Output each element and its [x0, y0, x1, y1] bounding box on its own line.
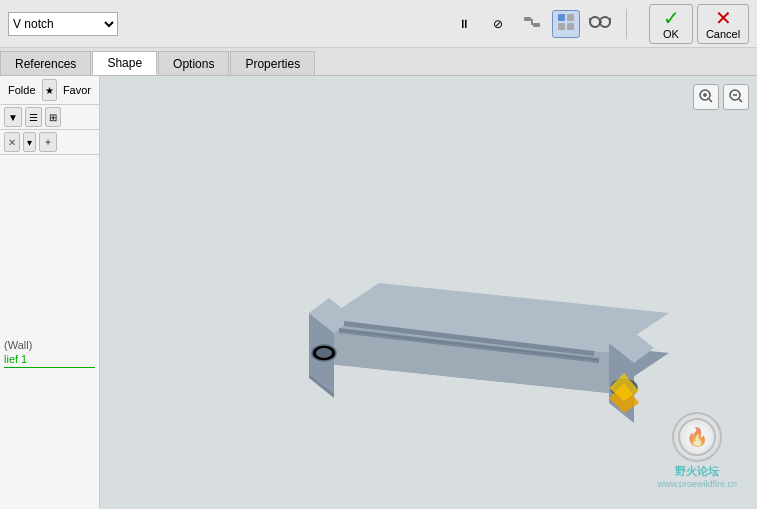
arrow-down-icon: ▼ [8, 112, 18, 123]
plus-icon: ＋ [43, 135, 53, 149]
tab-shape-label: Shape [107, 56, 142, 70]
zoom-out-button[interactable] [723, 84, 749, 110]
zoom-in-icon [698, 88, 714, 107]
svg-point-17 [316, 348, 332, 358]
folde-label: Folde [4, 82, 40, 98]
prohibit-icon: ⊘ [493, 17, 503, 31]
svg-line-9 [589, 18, 590, 20]
tab-options[interactable]: Options [158, 51, 229, 75]
svg-rect-5 [567, 23, 574, 30]
left-panel-content: (Wall) lief 1 [0, 155, 99, 509]
close-icon: ✕ [8, 137, 16, 148]
active-view-button[interactable] [552, 10, 580, 38]
tab-shape[interactable]: Shape [92, 51, 157, 75]
switch-button[interactable] [518, 10, 546, 38]
ok-cancel-area: ✓ OK ✕ Cancel [649, 4, 749, 44]
toolbar-icons: ⏸ ⊘ [450, 10, 614, 38]
left-panel-toolbar1: Folde ★ Favor [0, 76, 99, 105]
list-view-button[interactable]: ☰ [25, 107, 42, 127]
star-icon: ★ [45, 85, 54, 96]
arrow-down-button[interactable]: ▼ [4, 107, 22, 127]
down-arrow-button2[interactable]: ▾ [23, 132, 36, 152]
list-icon: ☰ [29, 112, 38, 123]
viewport[interactable]: 🔥 野火论坛 www.proewildfire.cn [100, 76, 757, 509]
wall-bracket-close: ) [29, 339, 33, 351]
glasses-button[interactable] [586, 10, 614, 38]
main-area: Folde ★ Favor ▼ ☰ ⊞ ✕ ▾ ＋ [0, 76, 757, 509]
svg-line-10 [610, 18, 611, 20]
pause-icon: ⏸ [458, 17, 470, 31]
active-view-icon [556, 12, 576, 35]
check-icon: ✓ [663, 8, 680, 28]
tab-properties[interactable]: Properties [230, 51, 315, 75]
glasses-icon [589, 15, 611, 32]
pause-button[interactable]: ⏸ [450, 10, 478, 38]
svg-rect-1 [533, 23, 540, 27]
tab-references-label: References [15, 57, 76, 71]
tab-references[interactable]: References [0, 51, 91, 75]
favor-label: Favor [59, 82, 95, 98]
left-panel-toolbar2: ▼ ☰ ⊞ [0, 105, 99, 130]
cancel-label: Cancel [706, 28, 740, 40]
svg-rect-0 [524, 17, 531, 21]
switch-icon [522, 12, 542, 35]
left-panel: Folde ★ Favor ▼ ☰ ⊞ ✕ ▾ ＋ [0, 76, 100, 509]
watermark-line2: www.proewildfire.cn [657, 479, 737, 489]
relief-label: lief 1 [4, 353, 27, 365]
cancel-button[interactable]: ✕ Cancel [697, 4, 749, 44]
watermark-line1: 野火论坛 [657, 464, 737, 479]
close-button[interactable]: ✕ [4, 132, 20, 152]
3d-model-svg [179, 133, 679, 453]
top-toolbar: V notch U notch Rectangle notch ⏸ ⊘ [0, 0, 757, 48]
ok-label: OK [663, 28, 679, 40]
tab-row: References Shape Options Properties [0, 48, 757, 76]
favorites-button[interactable]: ★ [42, 79, 57, 101]
wall-label: (Wall) [4, 339, 95, 351]
ok-button[interactable]: ✓ OK [649, 4, 693, 44]
zoom-in-button[interactable] [693, 84, 719, 110]
tab-properties-label: Properties [245, 57, 300, 71]
svg-point-6 [590, 17, 600, 27]
svg-rect-2 [558, 14, 565, 21]
chevron-down-icon: ▾ [27, 137, 32, 148]
left-panel-toolbar3: ✕ ▾ ＋ [0, 130, 99, 155]
wall-text: Wall [8, 339, 29, 351]
toolbar-separator [626, 9, 627, 39]
zoom-out-icon [728, 88, 744, 107]
svg-text:🔥: 🔥 [686, 426, 709, 448]
svg-rect-3 [567, 14, 574, 21]
tab-options-label: Options [173, 57, 214, 71]
prohibit-button[interactable]: ⊘ [484, 10, 512, 38]
view-controls [693, 84, 749, 110]
notch-type-select[interactable]: V notch U notch Rectangle notch [9, 16, 117, 32]
grid-icon: ⊞ [49, 112, 57, 123]
notch-type-dropdown[interactable]: V notch U notch Rectangle notch [8, 12, 118, 36]
svg-line-34 [739, 99, 742, 102]
relief-item[interactable]: lief 1 [4, 351, 95, 368]
grid-view-button[interactable]: ⊞ [45, 107, 61, 127]
svg-line-31 [709, 99, 712, 102]
svg-rect-4 [558, 23, 565, 30]
watermark: 🔥 野火论坛 www.proewildfire.cn [657, 412, 737, 489]
x-icon: ✕ [715, 8, 732, 28]
watermark-logo: 🔥 [672, 412, 722, 462]
add-button[interactable]: ＋ [39, 132, 57, 152]
